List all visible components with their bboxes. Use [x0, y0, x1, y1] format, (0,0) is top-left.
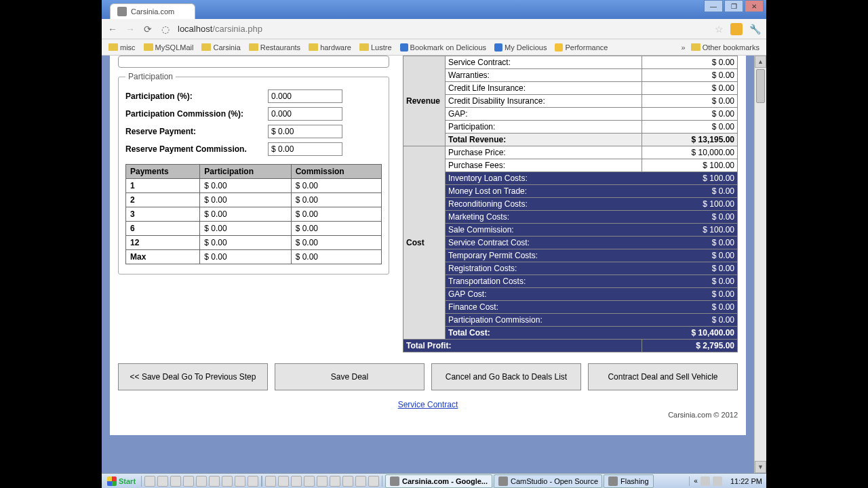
cancel-button[interactable]: Cancel and Go Back to Deals List [431, 363, 581, 390]
bookmark-star-icon[interactable]: ☆ [715, 24, 724, 35]
ql-icon[interactable] [330, 476, 340, 487]
scroll-down-icon[interactable]: ▼ [755, 461, 766, 473]
tray-chevron-icon[interactable]: « [694, 477, 698, 485]
ql-icon[interactable] [157, 476, 168, 487]
finance-value: $ 0.00 [642, 249, 738, 262]
cell-participation: $ 0.00 [200, 193, 291, 207]
col-participation: Participation [200, 165, 291, 179]
back-icon[interactable]: ← [107, 24, 118, 35]
finance-value: $ 100.00 [642, 159, 738, 172]
finance-row: RevenueService Contract:$ 0.00 [403, 56, 738, 69]
finance-table: RevenueService Contract:$ 0.00Warranties… [403, 56, 738, 352]
close-button[interactable]: ✕ [745, 0, 764, 12]
bookmark-link[interactable]: Bookmark on Delicious [397, 42, 490, 53]
finance-label: Total Cost: [446, 327, 642, 340]
vertical-scrollbar[interactable]: ▲ ▼ [754, 56, 766, 473]
finance-label: Finance Cost: [446, 301, 642, 314]
cell-payments: 2 [126, 193, 200, 207]
taskbar-task[interactable]: Carsinia.com - Google... [385, 474, 492, 488]
finance-label: Temporary Permit Costs: [446, 249, 642, 262]
bookmark-folder[interactable]: misc [106, 42, 138, 53]
finance-label: Service Contract: [446, 56, 642, 69]
address-bar: ← → ⟳ ◌ localhost/carsinia.php ☆ 🔧 [102, 19, 766, 39]
finance-value: $ 0.00 [642, 108, 738, 121]
tray-icon[interactable] [713, 476, 722, 486]
finance-label: Inventory Loan Costs: [446, 172, 642, 185]
scroll-up-icon[interactable]: ▲ [755, 56, 766, 68]
ql-icon[interactable] [235, 476, 245, 487]
finance-label: Warranties: [446, 69, 642, 82]
finance-value: $ 0.00 [642, 211, 738, 224]
ql-icon[interactable] [144, 476, 155, 487]
finance-value: $ 0.00 [642, 185, 738, 198]
start-button[interactable]: Start [102, 475, 141, 487]
extension-icon[interactable] [730, 23, 743, 35]
tray-icon[interactable] [701, 476, 710, 486]
bookmark-folder[interactable]: MySQLMail [141, 42, 197, 53]
finance-label: Purchase Price: [446, 146, 642, 159]
finance-value: $ 0.00 [642, 56, 738, 69]
save-deal-button[interactable]: Save Deal [275, 363, 425, 390]
bookmark-link[interactable]: My Delicious [492, 42, 549, 53]
cell-participation: $ 0.00 [200, 179, 291, 193]
bookmark-link[interactable]: Performance [552, 42, 610, 53]
taskbar-task[interactable]: Flashing [604, 474, 654, 488]
reserve-comm-input[interactable] [268, 142, 342, 156]
taskbar-clock[interactable]: 11:22 PM [726, 477, 766, 485]
finance-label: Credit Life Insurance: [446, 82, 642, 95]
browser-tab[interactable]: Carsinia.com [110, 3, 195, 19]
finance-row: Total Revenue:$ 13,195.00 [403, 134, 738, 146]
ql-icon[interactable] [291, 476, 302, 487]
ql-icon[interactable] [222, 476, 233, 487]
finance-label: Transportation Costs: [446, 275, 642, 288]
site-info-icon[interactable]: ◌ [160, 24, 171, 35]
ql-icon[interactable] [368, 476, 379, 487]
reserve-payment-input[interactable] [268, 125, 342, 138]
col-payments: Payments [126, 165, 200, 179]
save-prev-button[interactable]: << Save Deal Go To Previous Step [118, 363, 268, 390]
finance-value: $ 0.00 [642, 95, 738, 108]
ql-icon[interactable] [196, 476, 207, 487]
total-profit-row: Total Profit:$ 2,795.00 [403, 340, 738, 352]
service-contract-link[interactable]: Service Contract [398, 400, 458, 409]
finance-value: $ 0.00 [642, 121, 738, 134]
ql-icon[interactable] [265, 476, 276, 487]
minimize-button[interactable]: — [704, 0, 723, 12]
table-row: 1$ 0.00$ 0.00 [126, 179, 382, 193]
cell-participation: $ 0.00 [200, 250, 291, 264]
ql-icon[interactable] [304, 476, 315, 487]
participation-comm-input[interactable] [268, 107, 342, 121]
participation-pct-input[interactable] [268, 89, 342, 103]
finance-row: GAP:$ 0.00 [403, 108, 738, 121]
other-bookmarks[interactable]: Other bookmarks [688, 42, 762, 53]
settings-wrench-icon[interactable]: 🔧 [749, 24, 761, 35]
bookmark-folder[interactable]: hardware [306, 42, 354, 53]
ql-icon[interactable] [183, 476, 194, 487]
scroll-thumb[interactable] [756, 69, 765, 103]
taskbar-task[interactable]: CamStudio - Open Source [494, 474, 602, 488]
ql-icon[interactable] [342, 476, 353, 487]
ql-icon[interactable] [278, 476, 289, 487]
ql-icon[interactable] [355, 476, 366, 487]
overflow-chevron-icon[interactable]: » [682, 43, 686, 52]
maximize-button[interactable]: ❐ [724, 0, 743, 12]
bookmark-folder[interactable]: Lustre [357, 42, 395, 53]
ql-icon[interactable] [317, 476, 328, 487]
contract-button[interactable]: Contract Deal and Sell Vehicle [588, 363, 738, 390]
cell-commission: $ 0.00 [291, 193, 381, 207]
reload-icon[interactable]: ⟳ [142, 24, 153, 35]
bookmark-folder[interactable]: Carsinia [199, 42, 243, 53]
folder-icon [359, 43, 369, 51]
participation-fieldset: Participation Participation (%): Partici… [118, 72, 389, 274]
ql-icon[interactable] [209, 476, 220, 487]
url-display[interactable]: localhost/carsinia.php [178, 24, 708, 34]
input-box[interactable] [118, 56, 389, 68]
finance-label: Participation Commission: [446, 314, 642, 327]
profit-value: $ 2,795.00 [642, 340, 738, 352]
system-tray: « [689, 476, 726, 486]
bookmark-folder[interactable]: Restaurants [246, 42, 303, 53]
finance-row: CostPurchase Price:$ 10,000.00 [403, 146, 738, 159]
ql-icon[interactable] [170, 476, 181, 487]
forward-icon[interactable]: → [125, 24, 136, 35]
ql-icon[interactable] [248, 476, 258, 487]
